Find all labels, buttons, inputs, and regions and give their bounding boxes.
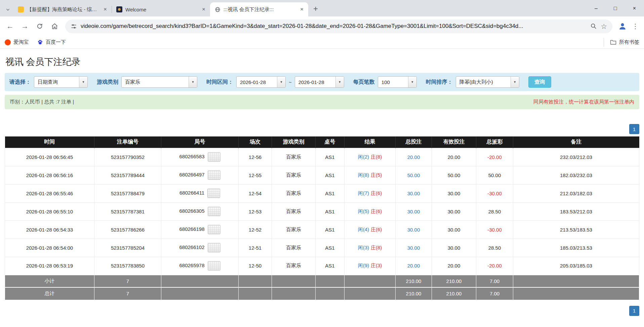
page-1-button[interactable]: 1 (629, 124, 639, 134)
total-bet-link[interactable]: 30.00 (396, 239, 432, 257)
tab-close-icon[interactable]: × (298, 6, 306, 13)
total-bet-link[interactable]: 20.00 (396, 257, 432, 275)
result-cell: 闲(9)庄(3) (345, 257, 396, 275)
all-bookmarks-button[interactable]: 所有书签 (604, 38, 639, 47)
subtotal-empty (513, 275, 639, 287)
date-start-select[interactable]: 2026-01-28 ▼ (236, 76, 286, 88)
table-body: 2026-01-28 06:56:45 523157790352 6802665… (5, 148, 639, 275)
page-title: 视讯 会员下注纪录 (5, 56, 639, 68)
chevron-down-icon[interactable]: ▼ (277, 77, 285, 87)
table-footer: 小计 7 210.00 210.00 7.00 总计 7 21 (5, 275, 639, 300)
payout: 50.00 (476, 166, 513, 184)
new-tab-button[interactable]: + (310, 3, 322, 15)
page-content: 视讯 会员下注纪录 请选择： 日期查询 ▼ 游戏类别 百家乐 ▼ 时间区间： 2… (0, 56, 644, 316)
browser-tab-betrecord-active[interactable]: :::视讯 会员下注纪录::: × (210, 2, 308, 16)
total-payout: 7.00 (476, 287, 513, 300)
total-bet-link[interactable]: 50.00 (396, 166, 432, 184)
address-bar[interactable]: videoie.com/game/betrecord_search/kind3?… (65, 19, 612, 33)
bookmark-baidu[interactable]: 百度一下 (37, 39, 66, 45)
total-empty (345, 287, 396, 300)
zoom-icon[interactable] (590, 23, 597, 30)
table-number: AS1 (316, 257, 345, 275)
search-button[interactable]: 查询 (528, 76, 551, 88)
bookmark-star-icon[interactable]: ☆ (601, 23, 607, 30)
total-count: 7 (94, 287, 161, 300)
tab-close-icon[interactable]: × (200, 6, 207, 13)
chevron-down-icon[interactable]: ▼ (335, 77, 344, 87)
session: 12-53 (239, 202, 272, 220)
total-bet-link[interactable]: 20.00 (396, 148, 432, 166)
bet-id: 523157789444 (94, 166, 161, 184)
roadmap-icon[interactable] (208, 243, 220, 252)
tab-title: 【新提醒】海燕策略论坛 - 综合... (27, 6, 98, 13)
result-banker: 庄(6) (371, 190, 382, 196)
back-button[interactable]: ← (3, 19, 17, 33)
bookmark-aitaobao[interactable]: 爱淘宝 (5, 39, 29, 45)
roadmap-icon[interactable] (208, 152, 220, 162)
roadmap-icon[interactable] (207, 189, 220, 198)
bookmarks-bar: 爱淘宝 百度一下 所有书签 (0, 36, 644, 49)
round-cell: 680266583 (161, 148, 239, 166)
column-header: 有效投注 (432, 136, 476, 148)
roadmap-icon[interactable] (208, 225, 220, 234)
result-cell: 闲(2)庄(8) (345, 148, 396, 166)
tab-close-icon[interactable]: × (102, 6, 109, 13)
table-row: 2026-01-28 06:55:46 523157788479 6802664… (5, 184, 639, 202)
result-player: 闲(8) (358, 172, 369, 178)
bet-id: 523157783850 (94, 257, 161, 275)
round-cell: 680266411 (161, 184, 239, 202)
profile-icon[interactable] (616, 20, 629, 32)
valid-bet: 30.00 (432, 220, 476, 239)
reload-button[interactable] (33, 19, 46, 33)
note: 183.53/212.03 (513, 202, 639, 220)
game-type-select[interactable]: 百家乐 ▼ (121, 76, 197, 88)
game-type: 百家乐 (272, 220, 316, 239)
result-cell: 闲(4)庄(6) (345, 220, 396, 239)
game-tab-icon (116, 6, 122, 12)
page-1-button[interactable]: 1 (629, 306, 639, 316)
subtotal-valid-bet: 210.00 (432, 275, 476, 287)
round-id: 680266102 (179, 244, 204, 250)
per-page-select[interactable]: 100 ▼ (378, 76, 417, 88)
chevron-down-icon[interactable]: ▼ (189, 77, 197, 87)
roadmap-icon[interactable] (208, 207, 220, 216)
pagination-bottom: 1 (5, 306, 639, 316)
home-button[interactable] (48, 19, 61, 33)
maximize-button[interactable]: □ (606, 0, 625, 16)
browser-tab-welcome[interactable]: Welcome × (112, 2, 210, 16)
total-bet-link[interactable]: 30.00 (396, 202, 432, 220)
sort-select[interactable]: 降幂(由大到小) ▼ (456, 76, 519, 88)
tab-separator (112, 6, 112, 13)
chevron-down-icon[interactable]: ▼ (408, 77, 416, 87)
total-bet-link[interactable]: 30.00 (396, 220, 432, 239)
result-player: 闲(3) (358, 245, 369, 250)
round-cell: 680266102 (161, 239, 239, 257)
minimize-button[interactable]: – (587, 0, 606, 16)
payout: -20.00 (476, 257, 513, 275)
chevron-down-icon[interactable]: ▼ (79, 77, 87, 87)
total-bet-link[interactable]: 30.00 (396, 184, 432, 202)
browser-tab-forum[interactable]: 【新提醒】海燕策略论坛 - 综合... × (13, 2, 112, 16)
date-end-select[interactable]: 2026-01-28 ▼ (295, 76, 344, 88)
window-controls: – □ × (587, 0, 644, 16)
bet-time: 2026-01-28 06:54:33 (5, 220, 94, 239)
total-valid-bet: 210.00 (432, 287, 476, 300)
forward-button[interactable]: → (18, 19, 32, 33)
subtotal-total-bet: 210.00 (396, 275, 432, 287)
query-type-select[interactable]: 日期查询 ▼ (34, 76, 88, 88)
roadmap-icon[interactable] (208, 261, 220, 271)
round-cell: 680266305 (161, 202, 239, 220)
chevron-down-icon[interactable]: ▼ (511, 77, 519, 87)
query-type-value: 日期查询 (34, 77, 79, 87)
browser-menu-icon[interactable]: ⋮ (630, 22, 641, 30)
roadmap-icon[interactable] (208, 170, 220, 180)
round-cell: 680266198 (161, 220, 239, 239)
result-player: 闲(7) (358, 190, 369, 196)
bet-id: 523157788479 (94, 184, 161, 202)
game-type-label: 游戏类别 (97, 79, 118, 86)
table-number: AS1 (316, 239, 345, 257)
close-button[interactable]: × (625, 0, 644, 16)
site-info-icon[interactable] (71, 23, 77, 30)
tab-search-button[interactable] (2, 2, 13, 16)
table-number: AS1 (316, 202, 345, 220)
